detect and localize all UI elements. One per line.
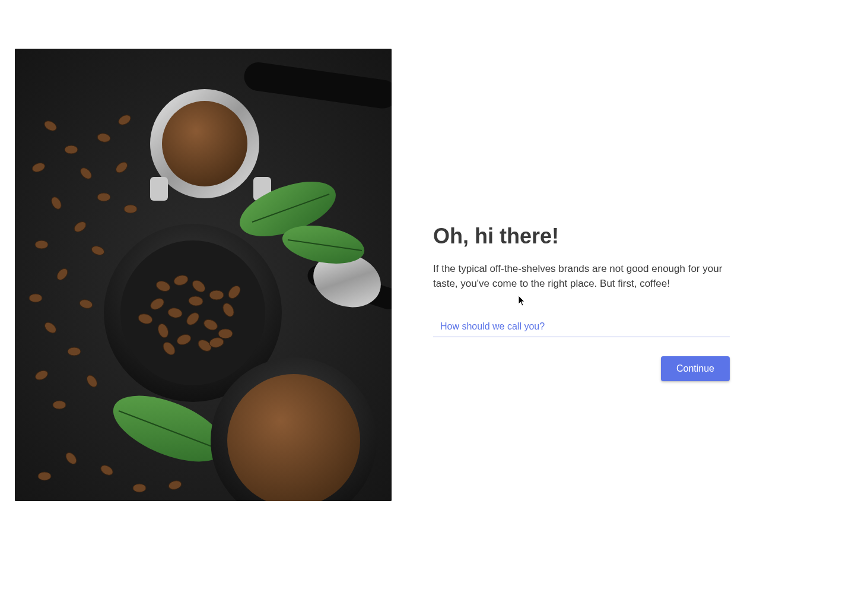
- onboarding-layout: Oh, hi there! If the typical off-the-she…: [0, 0, 868, 605]
- svg-point-35: [227, 374, 360, 501]
- welcome-heading: Oh, hi there!: [433, 224, 730, 249]
- svg-point-55: [124, 205, 137, 213]
- svg-point-49: [68, 347, 81, 356]
- svg-point-60: [38, 472, 51, 480]
- continue-button[interactable]: Continue: [661, 356, 730, 381]
- name-input[interactable]: [433, 318, 730, 337]
- svg-point-52: [53, 401, 66, 409]
- svg-point-3: [162, 101, 247, 186]
- svg-point-15: [120, 240, 265, 385]
- svg-point-46: [29, 294, 42, 302]
- svg-point-43: [35, 240, 48, 249]
- name-field: How should we call you?: [433, 318, 730, 337]
- svg-point-19: [209, 290, 224, 300]
- svg-point-25: [218, 329, 233, 338]
- svg-rect-4: [150, 177, 168, 201]
- hero-coffee-image: [15, 49, 392, 501]
- welcome-form: Oh, hi there! If the typical off-the-she…: [433, 49, 730, 556]
- svg-point-40: [97, 193, 110, 201]
- welcome-subtext: If the typical off-the-shelves brands ar…: [433, 262, 730, 291]
- svg-point-37: [65, 145, 78, 154]
- form-actions: Continue: [433, 356, 730, 381]
- svg-point-57: [133, 484, 146, 492]
